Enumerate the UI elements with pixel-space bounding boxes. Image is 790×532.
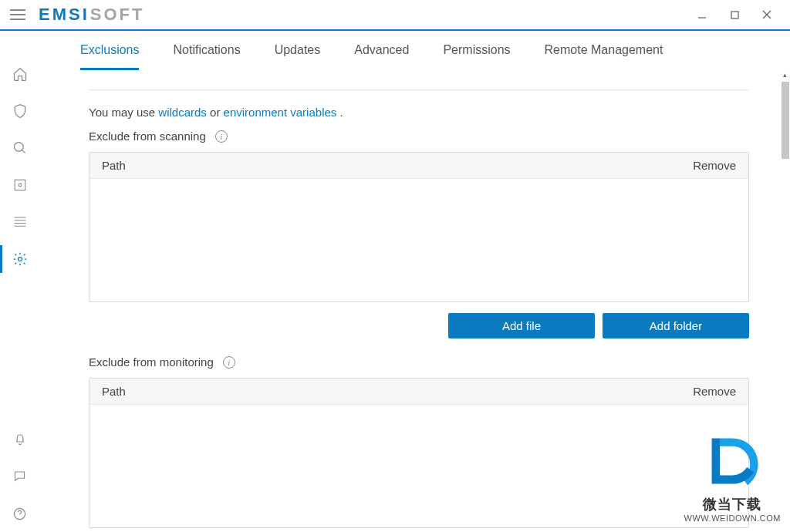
scan-button-row: Add file Add folder xyxy=(89,313,749,338)
settings-scroll-area[interactable]: You may use wildcards or environment var… xyxy=(39,74,790,532)
tab-permissions[interactable]: Permissions xyxy=(443,43,510,70)
sidebar-item-help[interactable] xyxy=(0,495,39,532)
help-icon xyxy=(12,507,27,521)
sidebar-item-home[interactable] xyxy=(0,56,39,93)
svg-point-4 xyxy=(18,258,22,261)
scan-col-remove[interactable]: Remove xyxy=(674,159,736,172)
tab-exclusions[interactable]: Exclusions xyxy=(80,43,139,70)
tabbar: Exclusions Notifications Updates Advance… xyxy=(39,31,790,70)
quarantine-icon xyxy=(13,178,27,192)
window-controls xyxy=(694,7,785,22)
tab-updates[interactable]: Updates xyxy=(275,43,321,70)
search-icon xyxy=(12,140,28,156)
titlebar: EMSISOFT xyxy=(0,0,790,31)
link-wildcards[interactable]: wildcards xyxy=(158,106,207,119)
logs-icon xyxy=(13,216,27,228)
sidebar-item-quarantine[interactable] xyxy=(0,167,39,204)
sidebar-item-scan[interactable] xyxy=(0,130,39,167)
link-env-vars[interactable]: environment variables xyxy=(224,106,337,119)
monitor-section-label: Exclude from monitoring i xyxy=(89,355,749,369)
tab-notifications[interactable]: Notifications xyxy=(173,43,240,70)
logo-left: EMSI xyxy=(39,5,89,25)
scroll-thumb[interactable] xyxy=(782,82,789,159)
sidebar-item-protection[interactable] xyxy=(0,93,39,130)
scan-col-path[interactable]: Path xyxy=(102,159,674,172)
scan-grid-header: Path Remove xyxy=(89,153,748,179)
monitor-exclusions-grid: Path Remove xyxy=(89,378,749,528)
sidebar-item-logs[interactable] xyxy=(0,204,39,241)
svg-rect-0 xyxy=(731,12,738,19)
app-logo: EMSISOFT xyxy=(39,5,144,25)
scan-label-text: Exclude from scanning xyxy=(89,130,206,143)
scan-exclusions-grid: Path Remove xyxy=(89,152,749,302)
svg-point-1 xyxy=(14,143,23,152)
monitor-col-path[interactable]: Path xyxy=(102,385,674,398)
gear-icon xyxy=(12,251,28,267)
helper-suffix: . xyxy=(336,106,343,119)
sidebar-item-feedback[interactable] xyxy=(0,458,39,495)
tab-remote[interactable]: Remote Management xyxy=(545,43,663,70)
helper-mid: or xyxy=(207,106,224,119)
logo-right: SOFT xyxy=(90,5,145,25)
content-area: Exclusions Notifications Updates Advance… xyxy=(39,31,790,532)
sidebar-item-alerts[interactable] xyxy=(0,421,39,458)
home-icon xyxy=(12,66,28,82)
helper-pre: You may use xyxy=(89,106,158,119)
svg-rect-2 xyxy=(15,180,25,190)
menu-icon[interactable] xyxy=(5,0,31,30)
monitor-grid-header: Path Remove xyxy=(89,379,748,405)
tab-advanced[interactable]: Advanced xyxy=(354,43,409,70)
chat-icon xyxy=(12,470,27,483)
monitor-label-text: Exclude from monitoring xyxy=(89,355,214,369)
shield-icon xyxy=(12,103,28,120)
monitor-col-remove[interactable]: Remove xyxy=(674,385,736,398)
bell-icon xyxy=(13,432,27,447)
info-icon[interactable]: i xyxy=(215,130,228,143)
add-folder-button[interactable]: Add folder xyxy=(603,313,749,338)
close-icon[interactable] xyxy=(759,7,775,22)
minimize-icon[interactable] xyxy=(694,7,710,22)
tab-divider xyxy=(89,89,749,90)
svg-point-3 xyxy=(19,184,22,187)
info-icon[interactable]: i xyxy=(223,356,235,369)
maximize-icon[interactable] xyxy=(727,7,742,22)
vertical-scrollbar[interactable]: ▴ xyxy=(781,71,789,532)
scan-section-label: Exclude from scanning i xyxy=(89,130,749,143)
add-file-button[interactable]: Add file xyxy=(448,313,595,338)
sidebar-item-settings[interactable] xyxy=(0,241,39,278)
helper-text: You may use wildcards or environment var… xyxy=(89,106,749,119)
sidebar xyxy=(0,31,39,532)
scroll-up-icon[interactable]: ▴ xyxy=(781,71,789,82)
